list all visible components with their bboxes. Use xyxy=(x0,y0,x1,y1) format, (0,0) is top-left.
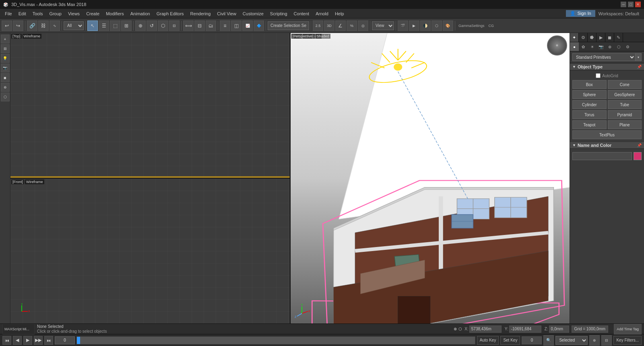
subtab-spacewarps[interactable]: ⬡ xyxy=(614,42,623,51)
menu-customize[interactable]: Customize xyxy=(239,10,267,17)
left-tb-spacewarps[interactable]: ⬡ xyxy=(1,93,10,101)
object-type-rollout-header[interactable]: ▼ Object Type 📌 xyxy=(570,63,644,70)
select-region-button[interactable]: ⊞ xyxy=(121,21,132,31)
play-button[interactable]: ▶ xyxy=(23,336,32,345)
subtab-shapes[interactable]: ✿ xyxy=(579,42,588,51)
mat-editor-button[interactable]: 🎨 xyxy=(443,21,453,31)
tab-utilities[interactable]: ✎ xyxy=(614,33,623,42)
unlink-button[interactable]: ⛓ xyxy=(38,21,49,31)
maxscript-mini[interactable]: MAXScript Mi... xyxy=(2,324,35,334)
color-swatch[interactable] xyxy=(634,152,642,160)
left-tb-cameras[interactable]: 📷 xyxy=(1,64,10,72)
frame-input[interactable] xyxy=(55,336,75,344)
subtab-cameras[interactable]: 📷 xyxy=(597,42,605,51)
select-by-name-button[interactable]: ☰ xyxy=(99,21,109,31)
mirror-button[interactable]: ⟺ xyxy=(183,21,194,31)
textplus-button[interactable]: TextPlus xyxy=(572,130,642,139)
front-vp-shading[interactable]: Wireframe xyxy=(25,179,44,184)
render-to-texture[interactable]: ⬡ xyxy=(431,21,442,31)
subtab-geometry[interactable]: ● xyxy=(570,42,579,51)
add-time-tag-button[interactable]: Add Time Tag xyxy=(614,324,642,334)
primitive-type-dropdown[interactable]: Standard Primitives Extended Primitives … xyxy=(572,53,636,61)
tab-display[interactable]: ◼ xyxy=(605,33,614,42)
selected-dropdown[interactable]: Selected xyxy=(555,336,588,345)
next-frame-button[interactable]: ▶▶ xyxy=(34,336,43,345)
menu-graph-editors[interactable]: Graph Editors xyxy=(153,10,187,17)
subtab-helpers[interactable]: ⊕ xyxy=(605,42,614,51)
cone-button[interactable]: Cone xyxy=(608,80,642,89)
align-button[interactable]: ⊟ xyxy=(194,21,205,31)
anim-btn-1[interactable]: ⊕ xyxy=(589,335,600,346)
workspaces-selector[interactable]: Workspaces: Default xyxy=(595,10,642,17)
viewport-perspective[interactable]: ⊕ [Perspective] Shaded X Y Z xyxy=(291,33,570,323)
menu-rendering[interactable]: Rendering xyxy=(187,10,214,17)
angle-snap-button[interactable]: ∠ xyxy=(335,21,346,31)
select-move-button[interactable]: ⊕ xyxy=(135,21,146,31)
schematic-view-btn[interactable]: 🔷 xyxy=(254,21,264,31)
curve-editor-btn[interactable]: 📈 xyxy=(242,21,253,31)
select-object-button[interactable]: ↖ xyxy=(87,21,98,31)
sign-in-button[interactable]: 👤Sign In xyxy=(566,10,595,17)
dropdown-arrow[interactable]: ▾ xyxy=(635,53,642,61)
autogrid-checkbox[interactable] xyxy=(596,73,601,78)
create-selection-set-button[interactable]: Create Selection Se xyxy=(268,21,309,30)
menu-arnold[interactable]: Arnold xyxy=(312,10,332,17)
view-dropdown[interactable]: View xyxy=(372,21,394,30)
menu-views[interactable]: Views xyxy=(65,10,83,17)
minimize-button[interactable]: ─ xyxy=(621,2,626,7)
left-tb-lights[interactable]: 💡 xyxy=(1,54,10,63)
anim-btn-2[interactable]: ⊟ xyxy=(601,335,612,346)
select-scale-button[interactable]: ⬡ xyxy=(158,21,168,31)
tab-create[interactable]: ✦ xyxy=(570,33,579,42)
viewport-nav-cube[interactable]: ⊕ xyxy=(547,35,567,56)
activeshade-button[interactable]: 🌓 xyxy=(420,21,431,31)
redo-button[interactable]: ↪ xyxy=(13,21,23,31)
auto-key-button[interactable]: Auto Key xyxy=(477,336,499,345)
select-filter-dropdown[interactable]: All xyxy=(64,21,84,30)
menu-civil-view[interactable]: Civil View xyxy=(214,10,239,17)
left-tb-create[interactable]: + xyxy=(1,35,10,43)
pyramid-button[interactable]: Pyramid xyxy=(608,110,642,119)
close-button[interactable]: ✕ xyxy=(635,2,641,7)
perspective-vp-shading[interactable]: Shaded xyxy=(316,34,330,39)
top-vp-label[interactable]: [Top] xyxy=(11,34,22,39)
rewind-button[interactable]: ⏮ xyxy=(2,336,11,345)
tab-motion[interactable]: ▶ xyxy=(597,33,605,42)
render-setup-button[interactable]: 🎬 xyxy=(398,21,408,31)
undo-button[interactable]: ↩ xyxy=(2,21,12,31)
front-vp-label[interactable]: [Front] xyxy=(11,179,24,184)
menu-modifiers[interactable]: Modifiers xyxy=(103,10,127,17)
menu-file[interactable]: File xyxy=(2,10,15,17)
viewport-top[interactable]: [Top] Wireframe xyxy=(10,33,290,178)
select-rotate-button[interactable]: ↺ xyxy=(147,21,157,31)
set-key-button[interactable]: Set Key xyxy=(500,336,520,345)
menu-help[interactable]: Help xyxy=(332,10,347,17)
subtab-lights[interactable]: ☀ xyxy=(588,42,597,51)
subtab-systems[interactable]: ⚙ xyxy=(623,42,632,51)
box-button[interactable]: Box xyxy=(572,80,607,89)
search-button[interactable]: 🔍 xyxy=(543,335,554,346)
maximize-button[interactable]: □ xyxy=(628,2,634,7)
menu-create[interactable]: Create xyxy=(83,10,103,17)
menu-edit[interactable]: Edit xyxy=(15,10,29,17)
toggle-scene-explorer[interactable]: ≡ xyxy=(220,21,230,31)
left-tb-geo[interactable]: ◼ xyxy=(1,73,10,82)
object-name-input[interactable] xyxy=(572,152,632,160)
snap-3d-button[interactable]: 3D xyxy=(324,21,334,31)
menu-tools[interactable]: Tools xyxy=(29,10,46,17)
menu-group[interactable]: Group xyxy=(46,10,65,17)
prev-frame-button[interactable]: ◀ xyxy=(13,336,22,345)
torus-button[interactable]: Torus xyxy=(572,110,607,119)
tab-modify[interactable]: ⚙ xyxy=(579,33,588,42)
timeline[interactable] xyxy=(76,336,475,344)
viewport-front[interactable]: [Front] Wireframe X Y xyxy=(10,179,290,323)
name-color-rollout-header[interactable]: ▼ Name and Color 📌 xyxy=(570,142,644,149)
layer-manager-button[interactable]: 🗂 xyxy=(206,21,216,31)
last-frame-button[interactable]: ⏭ xyxy=(44,336,53,345)
render-button[interactable]: ▶ xyxy=(409,21,419,31)
cylinder-button[interactable]: Cylinder xyxy=(572,100,607,109)
place-highlight-button[interactable]: ⊟ xyxy=(169,21,180,31)
snap-2_5d-button[interactable]: 2.5 xyxy=(313,21,323,31)
toggle-layer-explorer[interactable]: ◫ xyxy=(231,21,242,31)
sphere-button[interactable]: Sphere xyxy=(572,90,607,99)
